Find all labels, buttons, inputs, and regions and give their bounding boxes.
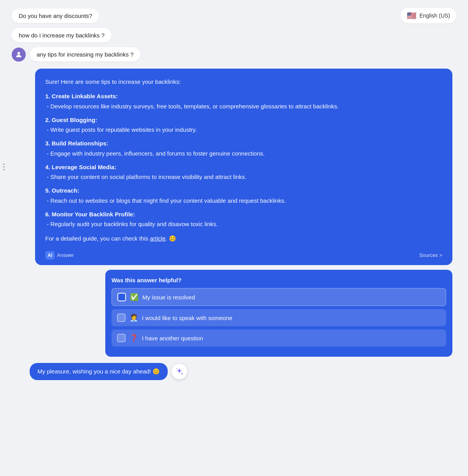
option-resolved[interactable]: ✓ ✅ My issue is resolved (112, 288, 446, 306)
tip-1: 1.Create Linkable Assets: - Develop reso… (45, 92, 442, 111)
ai-badge: AI (45, 251, 55, 260)
flag-icon: 🇺🇸 (407, 11, 417, 20)
first-user-bubble: Do you have any discounts? (12, 9, 99, 23)
tip-2-desc: - Write guest posts for reputable websit… (47, 125, 442, 134)
second-user-row: how do I increase my backlinks ? (12, 28, 456, 42)
bot-bottom-bubble: My pleasure, wishing you a nice day ahea… (30, 363, 168, 380)
bot-response-area: Sure! Here are some tips to increase you… (12, 69, 456, 265)
tip-1-desc: - Develop resources like industry survey… (47, 102, 442, 111)
tip-2: 2.Guest Blogging: - Write guest posts fo… (45, 115, 442, 134)
checkbox-resolved[interactable]: ✓ (117, 293, 126, 301)
language-label: English (US) (419, 12, 450, 19)
language-badge[interactable]: 🇺🇸 English (US) (401, 8, 456, 23)
article-line: For a detailed guide, you can check this… (45, 234, 442, 243)
tip-3: 3.Build Relationships: - Engage with ind… (45, 139, 442, 158)
second-user-bubble: how do I increase my backlinks ? (12, 28, 112, 42)
resolved-emoji: ✅ (130, 293, 138, 301)
bot-response-bubble: Sure! Here are some tips to increase you… (35, 69, 452, 265)
tip-5: 5.Outreach: - Reach out to websites or b… (45, 186, 442, 205)
top-messages-row: Do you have any discounts? 🇺🇸 English (U… (12, 8, 456, 23)
user-avatar (12, 48, 26, 62)
bubble-footer: AI Answer Sources > (45, 248, 442, 260)
sparkle-button[interactable] (172, 364, 187, 379)
bottom-message-row: My pleasure, wishing you a nice day ahea… (12, 363, 456, 380)
helpful-title: Was this answer helpful? (112, 277, 446, 283)
option-speak[interactable]: 🧑‍💼 I would like to speak with someone (112, 309, 446, 326)
tip-5-desc: - Reach out to websites or blogs that mi… (47, 196, 442, 205)
speak-emoji: 🧑‍💼 (129, 313, 138, 322)
bot-intro-text: Sure! Here are some tips to increase you… (45, 77, 442, 86)
tip-4-desc: - Share your content on social platforms… (47, 172, 442, 181)
article-link[interactable]: article (150, 235, 166, 242)
sources-link[interactable]: Sources > (419, 251, 442, 259)
article-emoji: 😊 (169, 235, 176, 242)
tip-6-desc: - Regularly audit your backlinks for qua… (47, 219, 442, 228)
checkbox-speak[interactable] (117, 313, 126, 322)
another-question-label: I have another question (142, 335, 203, 342)
checkbox-another-question[interactable] (117, 334, 126, 342)
more-options-button[interactable] (3, 163, 5, 170)
tip-6: 6.Monitor Your Backlink Profile: - Regul… (45, 210, 442, 229)
option-another-question[interactable]: ❓ I have another question (112, 329, 446, 347)
chat-container: Do you have any discounts? 🇺🇸 English (U… (0, 0, 468, 388)
third-user-bubble: any tips for increasing my backlinks ? (30, 47, 140, 62)
svg-point-0 (18, 52, 20, 55)
speak-label: I would like to speak with someone (142, 315, 232, 321)
helpful-card: Was this answer helpful? ✓ ✅ My issue is… (105, 270, 452, 357)
resolved-label: My issue is resolved (142, 294, 195, 301)
tip-4: 4.Leverage Social Media: - Share your co… (45, 163, 442, 182)
question-emoji: ❓ (129, 334, 138, 342)
third-user-row: any tips for increasing my backlinks ? (12, 47, 456, 62)
answer-label: Answer (57, 251, 74, 259)
tip-3-desc: - Engage with industry peers, influencer… (47, 149, 442, 158)
